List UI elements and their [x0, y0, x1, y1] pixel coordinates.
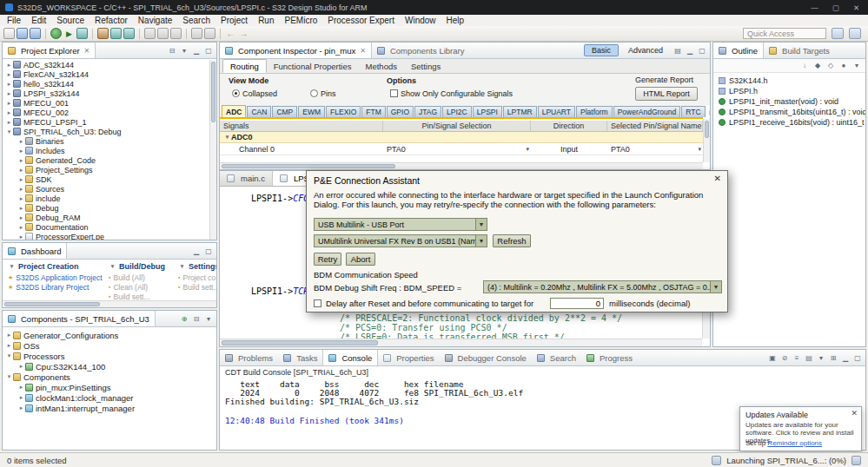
- maximize-view-icon[interactable]: ▢: [203, 45, 214, 56]
- cut-icon[interactable]: [144, 28, 156, 39]
- tab-powerandground[interactable]: PowerAndGround: [613, 106, 681, 117]
- menu-run[interactable]: Run: [253, 16, 279, 25]
- tab-ewm[interactable]: EWM: [298, 106, 325, 117]
- updates-close-icon[interactable]: ✕: [851, 409, 858, 418]
- add-component-icon[interactable]: ⊕: [179, 313, 189, 324]
- expand-icon[interactable]: ▸: [17, 148, 25, 155]
- tab-project-explorer[interactable]: Project Explorer ✕: [3, 43, 96, 58]
- expand-icon[interactable]: ▸: [17, 186, 25, 193]
- dashboard-link-disabled[interactable]: ▪Build (All): [109, 273, 175, 282]
- menu-refactor[interactable]: Refactor: [89, 16, 133, 25]
- tab-can[interactable]: CAN: [247, 106, 271, 117]
- pin-console-icon[interactable]: ▤: [804, 352, 814, 363]
- tree-item-binaries[interactable]: ▸Binaries: [3, 136, 209, 146]
- open-console-icon[interactable]: ⊞: [828, 352, 838, 363]
- tree-item-pin-mux[interactable]: ▸pin_mux:PinSettings: [3, 382, 216, 392]
- expand-icon[interactable]: ▸: [17, 167, 25, 174]
- tree-item-folder[interactable]: ▸Sources: [3, 184, 209, 194]
- outline-item-function[interactable]: LPSPI1_init_master(void) : void: [713, 96, 865, 107]
- tab-platform[interactable]: Platform: [576, 106, 613, 117]
- chevron-down-icon[interactable]: ▾: [526, 146, 529, 153]
- collapse-icon[interactable]: ▾: [5, 373, 13, 380]
- delay-input[interactable]: [550, 298, 604, 309]
- tree-item-project[interactable]: ▸MFECU_LPSPI_1: [3, 117, 209, 127]
- tab-problems[interactable]: Problems: [220, 350, 278, 365]
- expand-icon[interactable]: ▸: [17, 234, 25, 240]
- minimize-view-icon[interactable]: ▁: [685, 45, 695, 56]
- dashboard-link[interactable]: ★S32DS Application Project: [8, 273, 103, 282]
- tree-item-components-folder[interactable]: ▾Components: [3, 372, 216, 382]
- clear-console-icon[interactable]: ▣: [767, 352, 778, 363]
- collapse-icon[interactable]: ▾: [223, 134, 231, 141]
- menu-search[interactable]: Search: [177, 16, 215, 25]
- hide-non-public-icon[interactable]: ●: [838, 61, 849, 71]
- html-report-button[interactable]: HTML Report: [635, 87, 698, 101]
- expand-icon[interactable]: ▸: [5, 332, 13, 339]
- tab-debugger-console[interactable]: Debugger Console: [440, 350, 532, 365]
- tab-rtc[interactable]: RTC: [681, 106, 705, 117]
- tree-item-file[interactable]: ▸ProcessorExpert.pe: [3, 232, 209, 240]
- paste-icon[interactable]: [170, 28, 182, 39]
- minimize-view-icon[interactable]: ▁: [191, 45, 202, 56]
- expand-icon[interactable]: ▸: [5, 81, 13, 88]
- port-dropdown[interactable]: UMultilink Universal FX Rev B on USB1 (N…: [314, 234, 487, 247]
- view-menu-icon[interactable]: ▾: [203, 313, 214, 324]
- expand-icon[interactable]: ▸: [5, 71, 13, 78]
- tree-item-folder[interactable]: ▸Project_Settings: [3, 165, 209, 174]
- build-icon[interactable]: [97, 28, 109, 39]
- forward-icon[interactable]: →: [238, 28, 249, 39]
- expand-icon[interactable]: ▸: [17, 157, 25, 164]
- outline-item-function[interactable]: LPSPI1_receive_16bits(void) : uint16_t: [713, 117, 865, 128]
- tab-lptmr[interactable]: LPTMR: [503, 106, 537, 117]
- advanced-button[interactable]: Advanced: [620, 44, 671, 56]
- dialog-close-icon[interactable]: ✕: [714, 174, 721, 183]
- tree-item-folder[interactable]: ▸Generated_Code: [3, 155, 209, 165]
- expand-icon[interactable]: ▸: [17, 405, 25, 411]
- delay-checkbox[interactable]: [314, 299, 324, 308]
- expand-icon[interactable]: ▸: [5, 62, 13, 69]
- view-menu-icon[interactable]: ▾: [851, 61, 862, 71]
- tab-lpuart[interactable]: LPUART: [538, 106, 575, 117]
- menu-window[interactable]: Window: [400, 16, 441, 25]
- view-menu-icon[interactable]: ▾: [179, 45, 189, 56]
- collapse-icon[interactable]: ▾: [5, 128, 13, 135]
- collapse-icon[interactable]: ▾: [178, 263, 186, 270]
- maximize-window-icon[interactable]: ▢: [832, 3, 839, 12]
- run-icon[interactable]: ▶: [63, 28, 75, 39]
- copy-icon[interactable]: [157, 28, 169, 39]
- save-icon[interactable]: [17, 28, 28, 39]
- expand-icon[interactable]: ▸: [17, 363, 25, 370]
- collapse-all-icon[interactable]: ⊟: [191, 313, 202, 324]
- expand-icon[interactable]: ▸: [17, 138, 25, 145]
- tab-ftm[interactable]: FTM: [361, 106, 385, 117]
- close-tab-icon[interactable]: ✕: [360, 47, 366, 55]
- back-icon[interactable]: ←: [225, 28, 236, 39]
- expand-icon[interactable]: ▸: [5, 119, 13, 126]
- collapse-icon[interactable]: ▾: [109, 263, 116, 270]
- tree-item-folder[interactable]: ▸SDK: [3, 174, 209, 184]
- pin-view-icon[interactable]: ▤: [673, 45, 683, 56]
- expand-icon[interactable]: ▸: [17, 214, 25, 221]
- tab-routing[interactable]: Routing: [222, 59, 267, 73]
- menu-project[interactable]: Project: [215, 16, 253, 25]
- cpp-perspective-icon[interactable]: [832, 28, 844, 39]
- minimize-view-icon[interactable]: ▁: [191, 246, 202, 256]
- maximize-view-icon[interactable]: ▢: [852, 352, 863, 363]
- selected-name-combo[interactable]: PTA0▾: [607, 143, 703, 155]
- menu-navigate[interactable]: Navigate: [133, 16, 177, 25]
- hide-fields-icon[interactable]: ◆: [812, 61, 823, 71]
- close-window-icon[interactable]: ✕: [853, 3, 859, 12]
- redo-icon[interactable]: [204, 28, 215, 39]
- expand-icon[interactable]: ▸: [17, 176, 25, 183]
- pin-selection-combo[interactable]: PTA0▾: [383, 143, 531, 155]
- dashboard-link-disabled[interactable]: ▪Project co...: [178, 273, 216, 282]
- tab-functional-properties[interactable]: Functional Properties: [267, 59, 359, 73]
- tab-main-c[interactable]: main.c: [220, 171, 273, 186]
- radio-pins[interactable]: Pins: [310, 89, 336, 98]
- tree-item-interrupt-manager[interactable]: ▸intMan1:interrupt_manager: [3, 403, 216, 413]
- editor-horizontal-scrollbar[interactable]: [220, 339, 702, 346]
- inspector-vertical-scrollbar[interactable]: [703, 119, 710, 162]
- tree-item-project[interactable]: ▸MFECU_002: [3, 108, 209, 117]
- collapse-icon[interactable]: ▾: [8, 263, 16, 270]
- tree-item-folder[interactable]: ▸Debug: [3, 203, 209, 213]
